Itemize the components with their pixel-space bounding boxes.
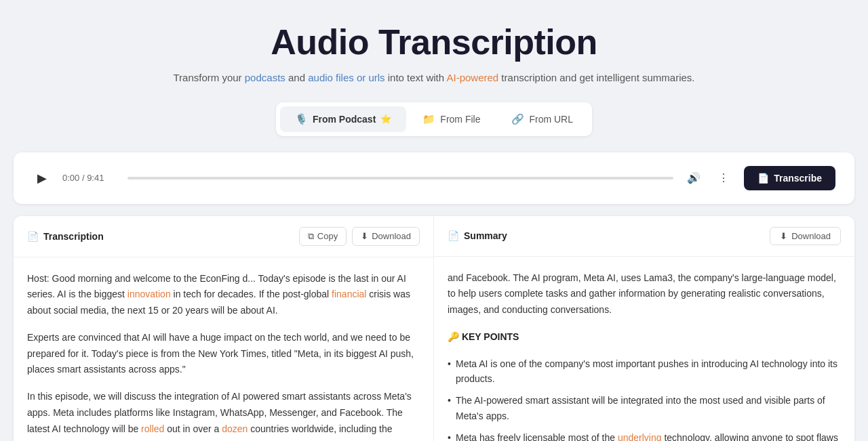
podcast-icon: 🎙️ — [295, 113, 308, 125]
page-header: Audio Transcription Transform your podca… — [14, 22, 854, 86]
summary-header: 📄 Summary ⬇ Download — [434, 216, 854, 257]
tab-url-label: From URL — [529, 114, 573, 125]
subtitle-prefix: Transform your — [173, 72, 244, 83]
transcribe-label: Transcribe — [774, 173, 822, 184]
transcription-doc-icon: 📄 — [27, 231, 39, 242]
transcription-para-1: Host: Good morning and welcome to the Ec… — [27, 271, 420, 319]
summary-intro: and Facebook. The AI program, Meta AI, u… — [448, 270, 841, 318]
play-button[interactable]: ▶ — [33, 169, 52, 188]
subtitle-mid2: into text with — [385, 72, 447, 83]
tab-podcast-label: From Podcast — [313, 114, 376, 125]
tab-url[interactable]: 🔗 From URL — [496, 106, 588, 132]
page-title: Audio Transcription — [14, 22, 854, 62]
key-point-3: Meta has freely licensable most of the u… — [448, 430, 841, 441]
rolled-link[interactable]: rolled — [141, 423, 164, 434]
copy-icon: ⧉ — [308, 231, 314, 242]
transcription-para-3: In this episode, we will discuss the int… — [27, 389, 420, 441]
summary-title: 📄 Summary — [448, 230, 507, 241]
transcription-header: 📄 Transcription ⧉ Copy ⬇ Download — [14, 216, 433, 257]
audio-player: ▶ 0:00 / 9:41 🔊 ⋮ 📄 Transcribe — [14, 152, 854, 204]
more-options-button[interactable]: ⋮ — [714, 169, 733, 188]
volume-button[interactable]: 🔊 — [684, 169, 703, 188]
tab-bar: 🎙️ From Podcast ⭐ 📁 From File 🔗 From URL — [276, 102, 592, 136]
star-icon: ⭐ — [380, 114, 391, 124]
transcribe-button[interactable]: 📄 Transcribe — [744, 166, 835, 190]
progress-bar[interactable] — [127, 177, 673, 180]
time-display: 0:00 / 9:41 — [62, 173, 117, 183]
innovation-link[interactable]: innovation — [127, 289, 171, 299]
dozen-link[interactable]: dozen — [222, 423, 248, 434]
summary-download-icon: ⬇ — [780, 231, 787, 241]
transcription-panel: 📄 Transcription ⧉ Copy ⬇ Download Hos — [14, 216, 434, 442]
financial-link[interactable]: financial — [332, 289, 366, 299]
key-point-2: The AI-powered smart assistant will be i… — [448, 393, 841, 423]
underlying-link[interactable]: underlying — [618, 432, 662, 441]
key-points-title: 🔑 KEY POINTS — [448, 329, 841, 345]
tabs-container: 🎙️ From Podcast ⭐ 📁 From File 🔗 From URL — [14, 102, 854, 136]
key-points-list: Meta AI is one of the company's most imp… — [448, 356, 841, 441]
subtitle-suffix: transcription and get intelligent summar… — [498, 72, 694, 83]
subtitle: Transform your podcasts and audio files … — [14, 70, 854, 86]
summary-content: and Facebook. The AI program, Meta AI, u… — [434, 257, 854, 442]
transcription-actions: ⧉ Copy ⬇ Download — [299, 227, 420, 246]
content-grid: 📄 Transcription ⧉ Copy ⬇ Download Hos — [14, 216, 854, 442]
transcribe-icon: 📄 — [757, 173, 769, 184]
key-point-1: Meta AI is one of the company's most imp… — [448, 356, 841, 387]
audio-files-link[interactable]: audio files or urls — [308, 72, 384, 83]
transcription-content: Host: Good morning and welcome to the Ec… — [14, 257, 433, 442]
summary-doc-icon: 📄 — [448, 230, 459, 241]
summary-download-button[interactable]: ⬇ Download — [770, 227, 841, 245]
volume-icon: 🔊 — [687, 171, 701, 184]
ai-powered-link[interactable]: AI-powered — [446, 72, 498, 83]
tab-podcast[interactable]: 🎙️ From Podcast ⭐ — [280, 106, 406, 132]
tab-file[interactable]: 📁 From File — [408, 106, 495, 132]
subtitle-mid1: and — [285, 72, 308, 83]
more-icon: ⋮ — [718, 171, 729, 184]
transcription-download-button[interactable]: ⬇ Download — [352, 227, 420, 246]
transcription-para-2: Experts are convinced that AI will have … — [27, 330, 420, 378]
tab-file-label: From File — [440, 114, 480, 125]
play-icon: ▶ — [37, 171, 47, 186]
transcription-title: 📄 Transcription — [27, 231, 104, 242]
download-icon: ⬇ — [361, 231, 368, 241]
url-tab-icon: 🔗 — [511, 113, 524, 125]
copy-button[interactable]: ⧉ Copy — [299, 227, 347, 246]
podcasts-link[interactable]: podcasts — [245, 72, 285, 83]
summary-panel: 📄 Summary ⬇ Download and Facebook. The A… — [434, 216, 854, 442]
file-tab-icon: 📁 — [422, 113, 435, 125]
summary-actions: ⬇ Download — [770, 227, 841, 245]
